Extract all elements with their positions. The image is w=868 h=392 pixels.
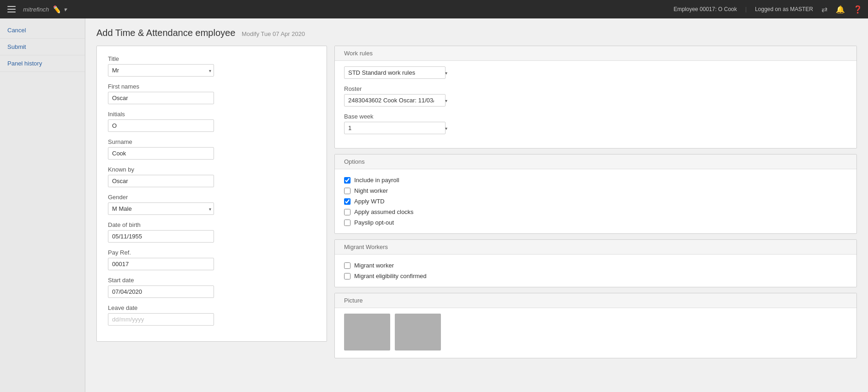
first-names-input[interactable]: [108, 92, 214, 104]
option-apply-assumed[interactable]: Apply assumed clocks: [344, 208, 847, 215]
option-apply-wtd-checkbox[interactable]: [344, 198, 351, 205]
surname-group: Surname: [108, 138, 315, 160]
dob-input[interactable]: [108, 230, 214, 243]
page-subtitle: Modify Tue 07 Apr 2020: [242, 30, 305, 37]
base-week-group: Base week 1 ▾: [344, 113, 847, 134]
page-title: Add Time & Attendance employee Modify Tu…: [96, 28, 857, 38]
migrant-eligibility-checkbox[interactable]: [344, 273, 351, 279]
title-select-wrap: Mr ▾: [108, 64, 214, 77]
brand-logo: mitrefinch ✏️ ▾: [23, 5, 668, 14]
option-night-worker[interactable]: Night worker: [344, 187, 847, 194]
option-night-worker-checkbox[interactable]: [344, 188, 351, 194]
known-by-input[interactable]: [108, 175, 214, 187]
pay-ref-label: Pay Ref.: [108, 249, 315, 256]
option-apply-wtd[interactable]: Apply WTD: [344, 198, 847, 205]
options-title: Options: [335, 154, 856, 169]
option-payslip-opt-out[interactable]: Payslip opt-out: [344, 219, 847, 226]
base-week-label: Base week: [344, 113, 847, 120]
migrant-worker-checkbox[interactable]: [344, 262, 351, 269]
picture-preview-2: [395, 314, 441, 350]
work-rules-select-wrap: STD Standard work rules ▾: [344, 66, 450, 79]
first-names-group: First names: [108, 83, 315, 104]
initials-group: Initials: [108, 111, 315, 132]
picture-previews: [344, 314, 847, 350]
sidebar: Cancel Submit Panel history: [0, 18, 85, 392]
right-panel: Work rules STD Standard work rules ▾ Ros…: [334, 46, 857, 358]
roster-select[interactable]: 2483043602 Cook Oscar: 11/03/201: [344, 94, 446, 107]
sidebar-item-panel-history[interactable]: Panel history: [0, 55, 85, 72]
sidebar-item-cancel[interactable]: Cancel: [0, 22, 85, 39]
surname-input[interactable]: [108, 147, 214, 160]
content-area: Title Mr ▾ First names Initials: [96, 46, 857, 358]
work-rules-group: STD Standard work rules ▾: [344, 66, 847, 79]
gender-select-wrap: M Male ▾: [108, 202, 214, 215]
roster-group: Roster 2483043602 Cook Oscar: 11/03/201 …: [344, 85, 847, 107]
option-apply-assumed-checkbox[interactable]: [344, 209, 351, 215]
picture-panel: Picture: [334, 293, 857, 358]
picture-preview-1: [344, 314, 390, 350]
title-group: Title Mr ▾: [108, 55, 315, 77]
known-by-label: Known by: [108, 166, 315, 173]
leave-date-group: Leave date: [108, 304, 315, 326]
leave-date-input[interactable]: [108, 313, 214, 326]
migrant-workers-title: Migrant Workers: [335, 240, 856, 255]
start-date-group: Start date: [108, 277, 315, 298]
work-rules-panel: Work rules STD Standard work rules ▾ Ros…: [334, 46, 857, 148]
gender-label: Gender: [108, 194, 315, 201]
brand-caret[interactable]: ▾: [64, 6, 67, 13]
dob-label: Date of birth: [108, 221, 315, 228]
first-names-label: First names: [108, 83, 315, 90]
notification-icon[interactable]: 🔔: [836, 5, 845, 14]
known-by-group: Known by: [108, 166, 315, 187]
main-layout: Cancel Submit Panel history Add Time & A…: [0, 18, 868, 392]
work-rules-title: Work rules: [335, 46, 856, 61]
top-navigation: mitrefinch ✏️ ▾ Employee 00017: O Cook |…: [0, 0, 868, 18]
initials-label: Initials: [108, 111, 315, 118]
roster-label: Roster: [344, 85, 847, 92]
topnav-right: Employee 00017: O Cook | Logged on as MA…: [673, 5, 862, 14]
pay-ref-group: Pay Ref.: [108, 249, 315, 270]
base-week-select[interactable]: 1: [344, 122, 446, 134]
transfer-icon[interactable]: ⇄: [821, 5, 827, 14]
work-rules-select[interactable]: STD Standard work rules: [344, 66, 446, 79]
start-date-label: Start date: [108, 277, 315, 284]
migrant-workers-checkbox-group: Migrant worker Migrant eligibility confi…: [344, 260, 847, 279]
gender-group: Gender M Male ▾: [108, 194, 315, 215]
gender-select[interactable]: M Male: [108, 202, 214, 215]
options-panel: Options Include in payroll Night worker: [334, 154, 857, 234]
migrant-eligibility-item[interactable]: Migrant eligibility confirmed: [344, 273, 847, 279]
migrant-worker-item[interactable]: Migrant worker: [344, 262, 847, 269]
dob-group: Date of birth: [108, 221, 315, 243]
sidebar-item-submit[interactable]: Submit: [0, 39, 85, 55]
picture-title: Picture: [335, 293, 856, 308]
initials-input[interactable]: [108, 119, 214, 132]
option-payslip-opt-out-checkbox[interactable]: [344, 220, 351, 226]
pay-ref-input[interactable]: [108, 258, 214, 270]
employee-form-panel: Title Mr ▾ First names Initials: [96, 46, 327, 342]
surname-label: Surname: [108, 138, 315, 145]
help-icon[interactable]: ❓: [853, 5, 862, 14]
title-label: Title: [108, 55, 315, 62]
base-week-select-wrap: 1 ▾: [344, 122, 450, 134]
main-content: Add Time & Attendance employee Modify Tu…: [85, 18, 868, 392]
roster-select-wrap: 2483043602 Cook Oscar: 11/03/201 ▾: [344, 94, 450, 107]
option-include-payroll-checkbox[interactable]: [344, 177, 351, 184]
leave-date-label: Leave date: [108, 304, 315, 311]
option-include-payroll[interactable]: Include in payroll: [344, 177, 847, 184]
logged-on-info: Logged on as MASTER: [755, 6, 813, 12]
start-date-input[interactable]: [108, 285, 214, 298]
migrant-workers-panel: Migrant Workers Migrant worker Migrant e…: [334, 239, 857, 287]
options-checkbox-group: Include in payroll Night worker Apply WT…: [344, 175, 847, 226]
title-select[interactable]: Mr: [108, 64, 214, 77]
hamburger-menu[interactable]: [6, 4, 18, 14]
brand-name: mitrefinch: [23, 6, 49, 13]
employee-info: Employee 00017: O Cook: [673, 6, 737, 12]
